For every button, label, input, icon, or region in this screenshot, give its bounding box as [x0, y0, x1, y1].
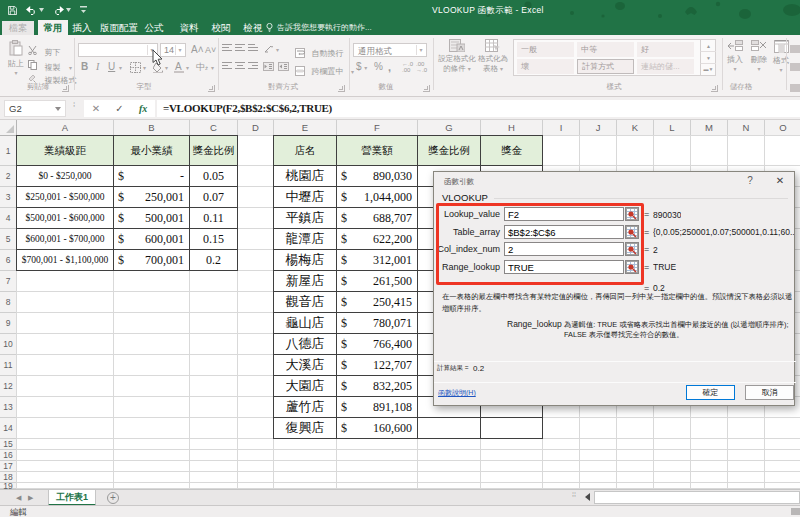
tab-scroll-splitter[interactable]: ⁞⁞ — [572, 493, 578, 497]
cell-E11[interactable]: 大溪店 — [274, 355, 336, 375]
row-header-6[interactable]: 6 — [0, 250, 17, 271]
column-header-E[interactable]: E — [274, 120, 337, 136]
column-header-D[interactable]: D — [238, 120, 274, 136]
hscroll-left-icon[interactable] — [585, 493, 590, 501]
cell-F9[interactable]: $780,071 — [337, 313, 417, 333]
align-left-icon[interactable] — [222, 62, 232, 70]
font-size-combo[interactable]: 14 ▾ — [160, 43, 186, 57]
row-header-2[interactable]: 2 — [0, 166, 17, 187]
cell-F7[interactable]: $261,500 — [337, 271, 417, 291]
cell-E1[interactable]: 店名 — [274, 136, 336, 165]
sheet-tab-active[interactable]: 工作表1 — [48, 490, 96, 506]
add-sheet-icon[interactable]: + — [107, 492, 119, 504]
row-header-15[interactable]: 15 — [0, 439, 17, 450]
paste-button[interactable]: 貼上 ▾ — [5, 40, 27, 76]
row-header-12[interactable]: 12 — [0, 376, 17, 397]
undo-button[interactable] — [26, 6, 44, 15]
row-header-5[interactable]: 5 — [0, 229, 17, 250]
column-header-O[interactable]: O — [765, 120, 800, 136]
cell-C4[interactable]: 0.11 — [190, 208, 237, 228]
font-dialog-launcher[interactable] — [208, 85, 215, 92]
cell-E12[interactable]: 大園店 — [274, 376, 336, 396]
column-header-G[interactable]: G — [418, 120, 481, 136]
style-chip-bad[interactable]: 壞 — [517, 59, 574, 74]
row-header-13[interactable]: 13 — [0, 397, 17, 418]
gallery-more-icon[interactable]: ▬▼ — [700, 64, 716, 75]
sheet-nav-left-icon[interactable]: ◀ — [16, 494, 21, 502]
cell-A5[interactable]: $600,001 - $700,000 — [17, 229, 113, 249]
gallery-scroll-down-icon[interactable]: ▼ — [700, 52, 716, 64]
conditional-formatting-button[interactable]: 設定格式化 的條件 ▾ — [437, 39, 477, 74]
underline-button[interactable]: U — [108, 61, 115, 72]
column-header-M[interactable]: M — [691, 120, 728, 136]
grow-font-button[interactable]: A˄ — [191, 44, 204, 55]
cell-E13[interactable]: 蘆竹店 — [274, 397, 336, 417]
align-right-icon[interactable] — [248, 62, 258, 70]
cell-A4[interactable]: $500,001 - $600,000 — [17, 208, 113, 228]
clipboard-dialog-launcher[interactable] — [62, 85, 69, 92]
cell-E9[interactable]: 龜山店 — [274, 313, 336, 333]
align-middle-icon[interactable] — [235, 44, 245, 52]
align-center-icon[interactable] — [235, 62, 245, 70]
merge-center-button[interactable]: 跨欄置中 ▾ — [295, 60, 354, 78]
cell-F11[interactable]: $122,707 — [337, 355, 417, 375]
cell-E2[interactable]: 桃園店 — [274, 166, 336, 186]
column-header-K[interactable]: K — [617, 120, 654, 136]
number-format-combo[interactable]: 通用格式 ▾ — [353, 43, 427, 57]
cell-E7[interactable]: 新屋店 — [274, 271, 336, 291]
decrease-decimal-button[interactable]: .00→.0 — [416, 61, 427, 73]
style-chip-calculation[interactable]: 計算方式 — [577, 59, 634, 74]
column-header-A[interactable]: A — [17, 120, 114, 136]
row-header-14[interactable]: 14 — [0, 418, 17, 439]
cell-F6[interactable]: $312,001 — [337, 250, 417, 270]
cell-C6[interactable]: 0.2 — [190, 250, 237, 270]
column-header-N[interactable]: N — [728, 120, 765, 136]
cell-F10[interactable]: $766,400 — [337, 334, 417, 354]
row-header-7[interactable]: 7 — [0, 271, 17, 292]
dialog-help-icon[interactable]: ? — [743, 175, 757, 186]
cancel-button[interactable]: 取消 — [745, 385, 794, 400]
cell-E8[interactable]: 觀音店 — [274, 292, 336, 312]
horizontal-scrollbar[interactable] — [594, 491, 800, 504]
cell-C3[interactable]: 0.07 — [190, 187, 237, 207]
cell-C1[interactable]: 獎金比例 — [190, 136, 237, 165]
cell-A3[interactable]: $250,001 - $500,000 — [17, 187, 113, 207]
row-header-16[interactable]: 16 — [0, 450, 17, 461]
function-help-link[interactable]: 函數說明(H) — [438, 388, 476, 398]
accounting-format-button[interactable]: $ ▾ — [356, 61, 367, 72]
dialog-title-bar[interactable] — [434, 172, 794, 190]
borders-icon[interactable] — [130, 62, 141, 73]
number-dialog-launcher[interactable] — [423, 85, 430, 92]
select-all-corner[interactable] — [0, 120, 17, 136]
cell-F3[interactable]: $1,044,000 — [337, 187, 417, 207]
cancel-entry-icon[interactable]: ✕ — [92, 103, 100, 114]
row-header-17[interactable]: 17 — [0, 461, 17, 472]
cell-H1[interactable]: 獎金 — [481, 136, 542, 165]
row-header-1[interactable]: 1 — [0, 136, 17, 166]
confirm-entry-icon[interactable]: ✓ — [115, 103, 123, 114]
style-chip-normal[interactable]: 一般 — [517, 42, 574, 57]
cell-E6[interactable]: 楊梅店 — [274, 250, 336, 270]
cell-B3[interactable]: $250,001 — [114, 187, 189, 207]
wrap-text-button[interactable]: 自動換行 — [295, 42, 343, 60]
row-header-9[interactable]: 9 — [0, 313, 17, 334]
delete-cells-button[interactable]: 刪除 ▾ — [750, 40, 768, 72]
cell-E10[interactable]: 八德店 — [274, 334, 336, 354]
row-header-11[interactable]: 11 — [0, 355, 17, 376]
cell-E3[interactable]: 中壢店 — [274, 187, 336, 207]
insert-cells-button[interactable]: 插入 ▾ — [726, 40, 744, 72]
cell-F14[interactable]: $160,600 — [337, 418, 417, 438]
align-top-icon[interactable] — [222, 44, 232, 52]
tab-file[interactable]: 檔案 — [2, 21, 34, 35]
cell-E14[interactable]: 復興店 — [274, 418, 336, 438]
cell-E4[interactable]: 平鎮店 — [274, 208, 336, 228]
row-header-8[interactable]: 8 — [0, 292, 17, 313]
cell-A2[interactable]: $0 - $250,000 — [17, 166, 113, 186]
cell-C5[interactable]: 0.15 — [190, 229, 237, 249]
cell-B6[interactable]: $700,001 — [114, 250, 189, 270]
column-header-B[interactable]: B — [114, 120, 190, 136]
style-chip-neutral[interactable]: 中等 — [577, 42, 634, 57]
phonetic-button[interactable]: 中ź — [196, 61, 208, 74]
row-header-3[interactable]: 3 — [0, 187, 17, 208]
save-icon[interactable] — [8, 6, 17, 15]
